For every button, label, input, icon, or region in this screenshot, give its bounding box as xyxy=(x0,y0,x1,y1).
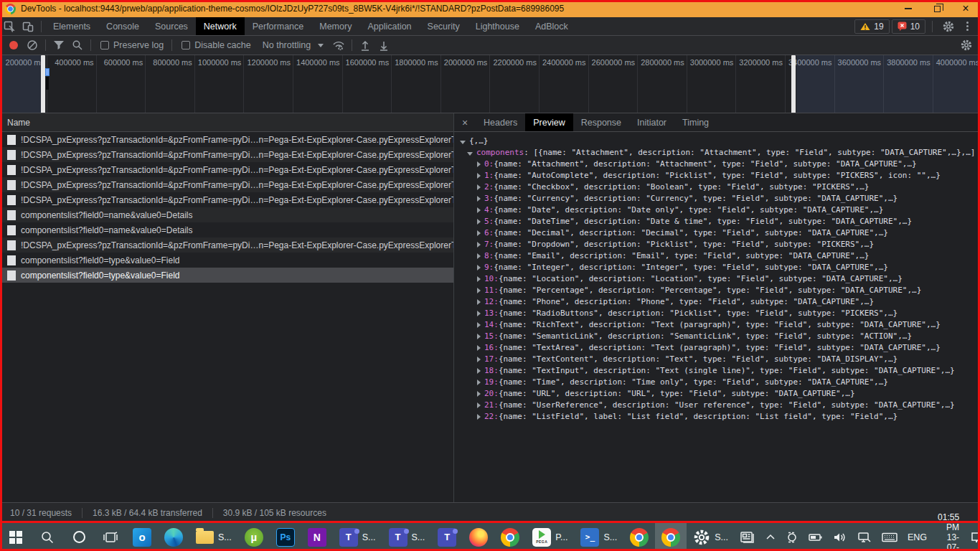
detail-tab-initiator[interactable]: Initiator xyxy=(629,113,674,131)
request-row[interactable]: !DCSPA_pxExpress?pzTransactionId=&pzFrom… xyxy=(0,237,453,253)
caret-right-icon[interactable] xyxy=(477,265,481,270)
screen-capture-icon[interactable] xyxy=(781,523,804,551)
preview-item[interactable]: 15: {name: "SemanticLink", description: … xyxy=(460,331,980,342)
network-icon[interactable] xyxy=(852,523,877,551)
devtools-tab-elements[interactable]: Elements xyxy=(45,17,98,35)
taskbar-app-powershell[interactable]: >_S... xyxy=(574,523,623,551)
detail-tab-timing[interactable]: Timing xyxy=(674,113,717,131)
preview-item[interactable]: 21: {name: "UserReference", description:… xyxy=(460,400,980,411)
preview-item[interactable]: 8: {name: "Email", description: "Email",… xyxy=(460,250,980,262)
action-center-icon[interactable] xyxy=(965,523,980,551)
filter-button[interactable] xyxy=(50,37,68,53)
import-har-icon[interactable] xyxy=(356,37,374,53)
taskbar-app-chrome[interactable] xyxy=(623,523,655,551)
devtools-tab-sources[interactable]: Sources xyxy=(147,17,196,35)
caret-right-icon[interactable] xyxy=(477,253,481,259)
network-settings-gear-icon[interactable] xyxy=(957,37,976,53)
preview-item[interactable]: 9: {name: "Integer", description: "Integ… xyxy=(460,262,980,273)
preview-components-line[interactable]: components: [{name: "Attachment", descri… xyxy=(460,147,980,159)
taskbar-app-settings[interactable]: S... xyxy=(687,523,735,551)
taskbar-app-edge[interactable] xyxy=(158,523,189,551)
tray-overflow-chevron-icon[interactable] xyxy=(760,523,781,551)
caret-right-icon[interactable] xyxy=(477,299,481,305)
caret-down-icon[interactable] xyxy=(467,152,473,156)
start-button[interactable] xyxy=(0,523,32,551)
battery-icon[interactable] xyxy=(804,523,828,551)
caret-right-icon[interactable] xyxy=(477,196,481,202)
devtools-tab-security[interactable]: Security xyxy=(420,17,468,35)
throttling-select[interactable]: No throttling xyxy=(263,40,311,50)
request-row[interactable]: componentslist?field0=name&value0=Detail… xyxy=(0,222,453,237)
caret-right-icon[interactable] xyxy=(477,322,481,328)
request-row[interactable]: !DCSPA_pxExpress?pzTransactionId=&pzFrom… xyxy=(0,132,453,147)
preview-item[interactable]: 22: {name: "ListField", label: "List fie… xyxy=(460,411,980,423)
disable-cache-checkbox[interactable] xyxy=(182,41,190,50)
detail-tab-response[interactable]: Response xyxy=(573,113,629,131)
taskbar-app-folder[interactable]: S... xyxy=(189,523,238,551)
errors-badge[interactable]: 10 xyxy=(892,19,925,34)
preview-root[interactable]: {,…} xyxy=(460,136,980,147)
devtools-tab-console[interactable]: Console xyxy=(98,17,147,35)
taskbar-clock[interactable]: 01:55 PM 13-07-2021 xyxy=(932,512,965,551)
caret-right-icon[interactable] xyxy=(477,380,481,385)
preview-item[interactable]: 3: {name: "Currency", description: "Curr… xyxy=(460,193,980,204)
more-options-kebab-icon[interactable] xyxy=(961,22,974,31)
request-row[interactable]: componentslist?field0=type&value0=Field xyxy=(0,253,453,268)
caret-right-icon[interactable] xyxy=(477,368,481,374)
caret-right-icon[interactable] xyxy=(477,219,481,225)
clear-button[interactable] xyxy=(23,37,42,53)
preview-item[interactable]: 6: {name: "Decimal", description: "Decim… xyxy=(460,227,980,239)
request-row[interactable]: !DCSPA_pxExpress?pzTransactionId=&pzFrom… xyxy=(0,147,453,162)
preview-item[interactable]: 17: {name: "TextContent", description: "… xyxy=(460,354,980,365)
network-overview-timeline[interactable]: 200000 ms400000 ms600000 ms800000 ms1000… xyxy=(0,55,980,113)
taskbar-app-teams[interactable]: TS... xyxy=(382,523,432,551)
preview-item[interactable]: 1: {name: "AutoComplete", description: "… xyxy=(460,170,980,182)
preview-item[interactable]: 2: {name: "Checkbox", description: "Bool… xyxy=(460,182,980,193)
caret-right-icon[interactable] xyxy=(477,334,481,339)
language-indicator[interactable]: ENG xyxy=(903,523,932,551)
disable-cache-label[interactable]: Disable cache xyxy=(194,40,251,50)
request-row[interactable]: !DCSPA_pxExpress?pzTransactionId=&pzFrom… xyxy=(0,192,453,207)
detail-close-icon[interactable]: × xyxy=(454,117,476,128)
overview-left-handle[interactable] xyxy=(41,55,45,113)
preview-item[interactable]: 20: {name: "URL", description: "URL", ty… xyxy=(460,388,980,400)
requests-column-header[interactable]: Name xyxy=(0,113,453,132)
devtools-tab-memory[interactable]: Memory xyxy=(311,17,359,35)
caret-right-icon[interactable] xyxy=(477,357,481,362)
detail-tab-headers[interactable]: Headers xyxy=(476,113,525,131)
devtools-tab-adblock[interactable]: AdBlock xyxy=(527,17,576,35)
caret-right-icon[interactable] xyxy=(477,184,481,190)
caret-right-icon[interactable] xyxy=(477,345,481,351)
preview-item[interactable]: 11: {name: "Percentage", description: "P… xyxy=(460,285,980,296)
preview-item[interactable]: 12: {name: "Phone", description: "Phone"… xyxy=(460,296,980,308)
caret-right-icon[interactable] xyxy=(477,414,481,420)
restore-button[interactable] xyxy=(923,0,951,17)
inspect-element-icon[interactable] xyxy=(0,19,19,34)
devtools-tab-lighthouse[interactable]: Lighthouse xyxy=(468,17,527,35)
close-button[interactable]: × xyxy=(951,0,980,17)
taskbar-app-chrome[interactable] xyxy=(655,523,687,551)
preserve-log-checkbox[interactable] xyxy=(100,41,109,50)
device-toolbar-icon[interactable] xyxy=(19,19,37,34)
request-row[interactable]: componentslist?field0=name&value0=Detail… xyxy=(0,207,453,222)
caret-right-icon[interactable] xyxy=(477,207,481,213)
caret-right-icon[interactable] xyxy=(477,288,481,293)
taskbar-app-firefox[interactable] xyxy=(463,523,494,551)
chevron-down-icon[interactable] xyxy=(318,44,324,47)
taskbar-search-button[interactable] xyxy=(32,523,63,551)
request-row[interactable]: !DCSPA_pxExpress?pzTransactionId=&pzFrom… xyxy=(0,177,453,192)
preview-item[interactable]: 16: {name: "TextArea", description: "Tex… xyxy=(460,342,980,354)
touch-keyboard-icon[interactable] xyxy=(877,523,903,551)
preserve-log-label[interactable]: Preserve log xyxy=(113,40,164,50)
devtools-tab-application[interactable]: Application xyxy=(359,17,419,35)
caret-right-icon[interactable] xyxy=(477,402,481,408)
preview-item[interactable]: 4: {name: "Date", description: "Date onl… xyxy=(460,204,980,216)
taskbar-app-teams[interactable]: T xyxy=(431,523,463,551)
taskbar-app-pega[interactable]: PEGAP... xyxy=(526,523,574,551)
preview-item[interactable]: 5: {name: "DateTime", description: "Date… xyxy=(460,216,980,227)
request-row[interactable]: !DCSPA_pxExpress?pzTransactionId=&pzFrom… xyxy=(0,162,453,177)
taskbar-app-teams[interactable]: TS... xyxy=(333,523,382,551)
settings-gear-icon[interactable] xyxy=(939,19,958,34)
preview-item[interactable]: 0: {name: "Attachment", description: "At… xyxy=(460,159,980,170)
search-button[interactable] xyxy=(68,37,87,53)
